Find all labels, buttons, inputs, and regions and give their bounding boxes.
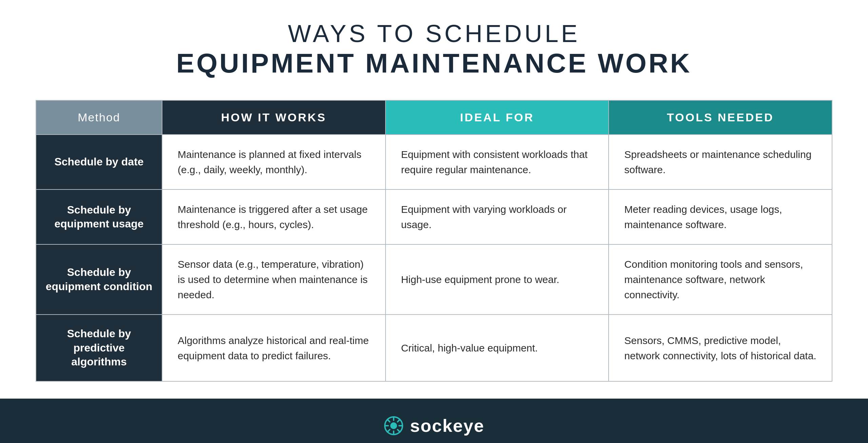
footer: sockeye	[0, 399, 868, 443]
row-how-date: Maintenance is planned at fixed interval…	[162, 135, 385, 189]
row-ideal-condition: High-use equipment prone to wear.	[385, 245, 609, 314]
svg-line-8	[398, 419, 400, 422]
title-line1: WAYS TO SCHEDULE	[176, 20, 692, 47]
row-ideal-predictive: Critical, high-value equipment.	[385, 315, 609, 381]
row-tools-date: Spreadsheets or maintenance scheduling s…	[608, 135, 832, 189]
maintenance-table: Method HOW IT WORKS IDEAL FOR TOOLS NEED…	[36, 100, 832, 382]
main-content: WAYS TO SCHEDULE EQUIPMENT MAINTENANCE W…	[0, 0, 868, 399]
row-how-predictive: Algorithms analyze historical and real-t…	[162, 315, 385, 381]
table-row: Schedule by equipment usage Maintenance …	[36, 189, 832, 244]
table-row: Schedule by date Maintenance is planned …	[36, 134, 832, 189]
row-method-date: Schedule by date	[36, 135, 162, 189]
footer-logo-text: sockeye	[410, 416, 484, 436]
row-method-usage: Schedule by equipment usage	[36, 190, 162, 244]
row-how-usage: Maintenance is triggered after a set usa…	[162, 190, 385, 244]
row-tools-condition: Condition monitoring tools and sensors, …	[608, 245, 832, 314]
row-ideal-date: Equipment with consistent workloads that…	[385, 135, 609, 189]
table-row: Schedule by equipment condition Sensor d…	[36, 244, 832, 314]
row-ideal-usage: Equipment with varying workloads or usag…	[385, 190, 609, 244]
header-tools-needed: TOOLS NEEDED	[608, 101, 832, 134]
row-method-predictive: Schedule by predictive algorithms	[36, 315, 162, 381]
svg-point-1	[390, 422, 397, 429]
header-method: Method	[36, 101, 162, 134]
row-how-condition: Sensor data (e.g., temperature, vibratio…	[162, 245, 385, 314]
header-ideal-for: IDEAL FOR	[385, 101, 609, 134]
sockeye-logo-icon	[383, 416, 404, 436]
svg-line-9	[388, 429, 390, 432]
svg-line-7	[398, 429, 400, 432]
row-method-condition: Schedule by equipment condition	[36, 245, 162, 314]
table-row: Schedule by predictive algorithms Algori…	[36, 314, 832, 381]
row-tools-predictive: Sensors, CMMS, predictive model, network…	[608, 315, 832, 381]
svg-line-6	[388, 419, 390, 422]
table-header: Method HOW IT WORKS IDEAL FOR TOOLS NEED…	[36, 101, 832, 134]
header-how-it-works: HOW IT WORKS	[162, 101, 385, 134]
title-line2: EQUIPMENT MAINTENANCE WORK	[176, 47, 692, 80]
title-section: WAYS TO SCHEDULE EQUIPMENT MAINTENANCE W…	[176, 20, 692, 80]
row-tools-usage: Meter reading devices, usage logs, maint…	[608, 190, 832, 244]
footer-logo: sockeye	[383, 416, 484, 436]
